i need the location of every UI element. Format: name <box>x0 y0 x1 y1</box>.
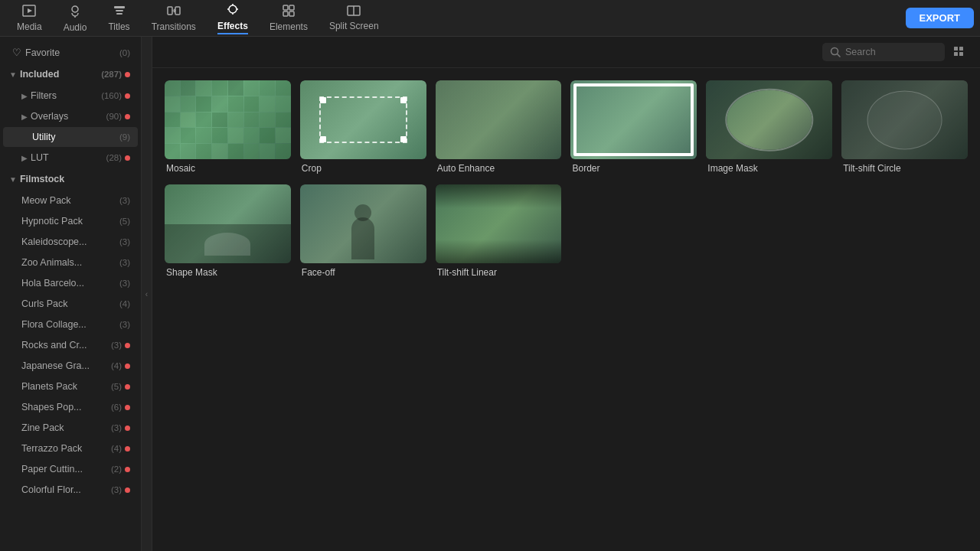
sidebar-item-zoo-animals[interactable]: Zoo Animals... (3) <box>3 253 138 272</box>
svg-rect-4 <box>114 6 125 8</box>
sidebar-item-meow-pack[interactable]: Meow Pack (3) <box>3 191 138 210</box>
shapes-dot <box>125 405 130 410</box>
effect-image-mask-label: Image Mask <box>706 159 832 175</box>
nav-split-screen[interactable]: Split Screen <box>318 2 390 34</box>
elements-icon <box>283 5 295 20</box>
planets-dot <box>125 384 130 390</box>
svg-rect-11 <box>289 5 294 10</box>
rocks-dot <box>125 343 130 348</box>
effect-card-mosaic[interactable]: Mosaic <box>165 80 291 175</box>
effect-tilt-linear-label: Tilt-shift Linear <box>436 263 562 279</box>
nav-media-label: Media <box>17 21 42 32</box>
svg-rect-5 <box>116 10 123 11</box>
audio-icon <box>69 4 81 21</box>
effect-tilt-shift-circle-label: Tilt-shift Circle <box>841 159 968 175</box>
search-box[interactable] <box>822 43 945 61</box>
sidebar-item-curls-pack[interactable]: Curls Pack (4) <box>3 294 138 314</box>
main-area: ♡ Favorite (0) ▼ Included (287) ▶ Filter… <box>0 37 980 551</box>
overlays-expand-icon: ▶ <box>21 112 28 121</box>
nav-titles-label: Titles <box>108 21 129 32</box>
sidebar-item-paper-cutting[interactable]: Paper Cuttin... (2) <box>3 459 138 479</box>
svg-rect-7 <box>168 7 172 15</box>
media-icon <box>22 5 36 20</box>
sidebar: ♡ Favorite (0) ▼ Included (287) ▶ Filter… <box>0 37 142 551</box>
filmstock-expand-icon: ▼ <box>9 175 17 184</box>
sidebar-item-japanese-gra[interactable]: Japanese Gra... (4) <box>3 356 138 376</box>
effect-shape-mask-label: Shape Mask <box>165 263 291 279</box>
zine-dot <box>125 425 130 431</box>
sidebar-wrapper: ♡ Favorite (0) ▼ Included (287) ▶ Filter… <box>0 37 152 551</box>
sidebar-item-flora-collage[interactable]: Flora Collage... (3) <box>3 315 138 334</box>
sidebar-item-favorite[interactable]: ♡ Favorite (0) <box>3 42 138 63</box>
svg-rect-20 <box>954 52 958 56</box>
search-input[interactable] <box>845 47 937 57</box>
nav-split-screen-label: Split Screen <box>329 21 379 31</box>
nav-transitions-label: Transitions <box>152 21 196 32</box>
titles-icon <box>113 5 126 20</box>
sidebar-item-included[interactable]: ▼ Included (287) <box>3 64 138 85</box>
sidebar-collapse-button[interactable]: ‹ <box>142 37 152 551</box>
sidebar-item-zine-pack[interactable]: Zine Pack (3) <box>3 418 138 438</box>
effect-card-tilt-shift-circle[interactable]: Tilt-shift Circle <box>841 80 968 175</box>
svg-line-17 <box>838 54 841 57</box>
effect-card-image-mask[interactable]: Image Mask <box>706 80 832 175</box>
nav-transitions[interactable]: Transitions <box>141 2 207 35</box>
sidebar-item-hola-barcelona[interactable]: Hola Barcelo... (3) <box>3 273 138 293</box>
split-screen-icon <box>347 5 361 19</box>
colorful-dot <box>125 487 130 493</box>
nav-elements[interactable]: Elements <box>259 2 318 35</box>
effect-faceoff-label: Face-off <box>300 263 426 279</box>
transitions-icon <box>167 5 181 20</box>
svg-rect-8 <box>175 7 180 15</box>
nav-effects[interactable]: Effects <box>207 0 259 37</box>
effects-icon <box>226 2 240 19</box>
sidebar-item-filters[interactable]: ▶ Filters (160) <box>3 86 138 106</box>
sidebar-item-filmstock[interactable]: ▼ Filmstock <box>3 168 138 190</box>
included-dot <box>125 72 130 77</box>
nav-effects-label: Effects <box>217 21 248 34</box>
effect-card-border[interactable]: Border <box>570 80 697 175</box>
svg-marker-1 <box>28 8 32 13</box>
nav-media[interactable]: Media <box>6 2 53 35</box>
effect-card-tilt-linear[interactable]: Tilt-shift Linear <box>436 184 562 279</box>
nav-audio[interactable]: Audio <box>53 1 98 36</box>
sidebar-item-terrazzo-pack[interactable]: Terrazzo Pack (4) <box>3 439 138 458</box>
svg-rect-10 <box>283 5 288 10</box>
sidebar-item-rocks-and-cr[interactable]: Rocks and Cr... (3) <box>3 335 138 355</box>
sidebar-item-planets-pack[interactable]: Planets Pack (5) <box>3 377 138 396</box>
filters-expand-icon: ▶ <box>21 92 28 100</box>
lut-dot <box>125 155 130 161</box>
sidebar-item-shapes-pop[interactable]: Shapes Pop... (6) <box>3 397 138 417</box>
effect-card-faceoff[interactable]: Face-off <box>300 184 426 279</box>
sidebar-item-lut[interactable]: ▶ LUT (28) <box>3 148 138 168</box>
heart-icon: ♡ <box>12 47 21 58</box>
export-button[interactable]: EXPORT <box>906 8 974 28</box>
paper-dot <box>125 467 130 472</box>
top-navigation: Media Audio Titles Transitions Effects E… <box>0 0 980 37</box>
overlays-dot <box>125 114 130 119</box>
search-icon <box>830 47 841 57</box>
effects-grid: Mosaic Crop Auto En <box>152 68 980 551</box>
lut-expand-icon: ▶ <box>21 154 28 162</box>
grid-toggle-button[interactable] <box>951 44 968 60</box>
sidebar-item-hypnotic-pack[interactable]: Hypnotic Pack (5) <box>3 211 138 231</box>
sidebar-item-kaleidoscope-pack[interactable]: Kaleidoscope... (3) <box>3 232 138 252</box>
sidebar-item-overlays[interactable]: ▶ Overlays (90) <box>3 106 138 126</box>
svg-rect-12 <box>283 11 288 16</box>
included-expand-icon: ▼ <box>9 70 17 79</box>
effect-crop-label: Crop <box>300 159 426 175</box>
content-area: Mosaic Crop Auto En <box>152 37 980 551</box>
sidebar-item-utility[interactable]: Utility (9) <box>3 127 138 147</box>
sidebar-item-colorful-flora[interactable]: Colorful Flor... (3) <box>3 480 138 500</box>
terrazzo-dot <box>125 446 130 452</box>
svg-rect-19 <box>959 47 963 51</box>
effect-card-auto-enhance[interactable]: Auto Enhance <box>436 80 562 175</box>
effect-auto-enhance-label: Auto Enhance <box>436 159 562 175</box>
effect-mosaic-label: Mosaic <box>165 159 291 175</box>
svg-point-2 <box>72 6 78 12</box>
effect-card-shape-mask[interactable]: Shape Mask <box>165 184 291 279</box>
japanese-dot <box>125 364 130 369</box>
filters-dot <box>125 93 130 99</box>
effect-card-crop[interactable]: Crop <box>300 80 426 175</box>
nav-titles[interactable]: Titles <box>97 2 140 35</box>
